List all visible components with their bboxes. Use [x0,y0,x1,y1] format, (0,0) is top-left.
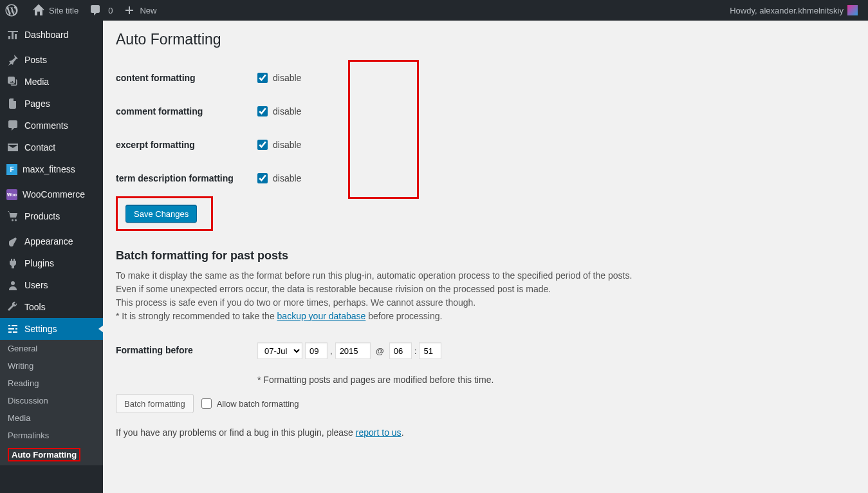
comment-icon [89,4,102,17]
sidebar-item-products[interactable]: Products [0,205,103,227]
howdy-account-link[interactable]: Howdy, alexander.khmelnitskiy [725,0,863,21]
minute-input[interactable] [419,342,441,359]
batch-heading: Batch formatting for past posts [116,249,855,263]
sidebar-item-maxx-fitness[interactable]: F maxx_fitness [0,158,103,180]
batch-desc4-prefix: * It is strongly recommended to take the [116,311,277,321]
sidebar-item-label: Products [24,211,60,221]
comment-formatting-checkbox[interactable] [257,106,268,116]
sidebar-item-label: maxx_fitness [23,164,75,174]
date-comma: , [330,346,333,356]
batch-formatting-button[interactable]: Batch formatting [116,394,194,413]
content-formatting-disable-label: disable [273,73,301,83]
sliders-icon [6,322,19,335]
sidebar-item-label: Tools [24,302,46,312]
report-suffix: . [402,427,404,438]
day-input[interactable] [305,342,328,359]
media-icon [6,75,19,88]
sidebar-item-label: Users [24,280,48,290]
sidebar-item-dashboard[interactable]: Dashboard [0,24,103,46]
woocommerce-icon: Woo [6,189,17,200]
sidebar-item-label: Appearance [24,236,73,247]
batch-description-line-4: * It is strongly recommended to take the… [116,310,855,323]
term-formatting-disable-label: disable [273,173,301,183]
sidebar-item-pages[interactable]: Pages [0,93,103,115]
sidebar-item-label: Plugins [24,258,54,268]
report-text: If you have any problems or find a bug i… [116,427,855,438]
date-colon: : [414,346,417,356]
year-input[interactable] [335,342,371,359]
excerpt-formatting-checkbox[interactable] [257,140,268,150]
dashboard-icon [6,28,19,41]
new-label: New [140,6,156,15]
date-at: @ [376,346,384,356]
cart-icon [6,210,19,223]
term-formatting-checkbox[interactable] [257,173,268,183]
backup-database-link[interactable]: backup your database [277,311,366,321]
comment-formatting-disable-label: disable [273,106,301,116]
sidebar-item-users[interactable]: Users [0,274,103,296]
submenu-reading[interactable]: Reading [0,375,103,392]
comments-count: 0 [108,6,113,15]
brush-icon [6,235,19,248]
comment-formatting-label: comment formatting [116,106,257,116]
submenu-discussion[interactable]: Discussion [0,392,103,409]
submenu-permalinks[interactable]: Permalinks [0,427,103,444]
allow-batch-checkbox[interactable] [201,398,212,409]
report-prefix: If you have any problems or find a bug i… [116,427,356,438]
submenu-general[interactable]: General [0,340,103,357]
sidebar-item-label: WooCommerce [23,189,85,200]
batch-description-line-2: Even if some unexpected errors occur, th… [116,283,855,296]
sidebar-item-media[interactable]: Media [0,71,103,93]
sidebar-item-label: Comments [24,120,68,131]
pin-icon [6,53,19,66]
plus-icon [123,4,136,17]
time-note: * Formatting posts and pages are modifie… [257,375,494,385]
howdy-text: Howdy, alexander.khmelnitskiy [730,6,844,15]
wordpress-logo-icon[interactable] [0,0,27,21]
submenu-auto-formatting-label: Auto Formatting [8,448,80,451]
batch-desc4-suffix: before processing. [365,311,442,321]
sidebar-item-woocommerce[interactable]: Woo WooCommerce [0,183,103,205]
sidebar-item-appearance[interactable]: Appearance [0,230,103,252]
highlight-box-save: Save Changes [116,196,213,231]
plug-icon [6,257,19,270]
batch-description-line-3: This process is safe even if you do two … [116,296,855,310]
page-title: Auto Formatting [116,31,855,48]
content-formatting-checkbox[interactable] [257,73,268,83]
sidebar-item-label: Contact [24,142,55,153]
sidebar-item-comments[interactable]: Comments [0,115,103,136]
sidebar-item-contact[interactable]: Contact [0,136,103,158]
sidebar-item-posts[interactable]: Posts [0,49,103,71]
allow-batch-label: Allow batch formatting [217,399,299,409]
sidebar-item-label: Pages [24,98,50,109]
user-icon [6,279,19,292]
hour-input[interactable] [389,342,412,359]
sidebar-item-plugins[interactable]: Plugins [0,252,103,274]
sidebar-item-settings[interactable]: Settings [0,318,103,340]
new-content-link[interactable]: New [118,0,162,21]
avatar [847,5,858,15]
mail-icon [6,141,19,154]
excerpt-formatting-label: excerpt formatting [116,140,257,150]
page-icon [6,97,19,110]
submenu-media[interactable]: Media [0,409,103,427]
site-title-text: Site title [49,6,78,15]
comments-link[interactable]: 0 [84,0,118,21]
submenu-auto-formatting[interactable]: Auto Formatting [0,444,103,451]
site-title-link[interactable]: Site title [27,0,84,21]
save-changes-button[interactable]: Save Changes [125,205,197,223]
report-link[interactable]: report to us [356,427,402,438]
term-formatting-label: term description formatting [116,173,257,183]
content-formatting-label: content formatting [116,73,257,83]
fitness-icon: F [6,164,17,175]
sidebar-item-label: Settings [24,324,57,334]
sidebar-item-label: Media [24,77,49,87]
sidebar-item-label: Posts [24,55,47,65]
excerpt-formatting-disable-label: disable [273,140,301,150]
comment-icon [6,119,19,132]
sidebar-item-tools[interactable]: Tools [0,296,103,318]
sidebar-item-label: Dashboard [24,30,69,40]
wrench-icon [6,301,19,313]
submenu-writing[interactable]: Writing [0,357,103,375]
month-select[interactable]: 07-Jul [257,342,302,359]
